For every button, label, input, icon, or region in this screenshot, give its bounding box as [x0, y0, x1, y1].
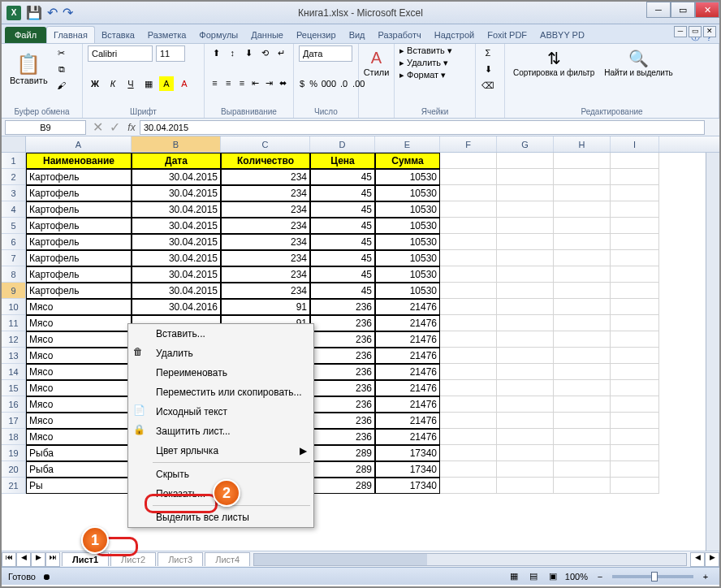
cell[interactable]: [497, 396, 554, 413]
cell[interactable]: 21476: [375, 413, 440, 429]
cell[interactable]: [497, 315, 554, 331]
cell[interactable]: [611, 234, 659, 250]
cell[interactable]: [554, 266, 611, 283]
fill-icon[interactable]: ⬇: [481, 62, 495, 76]
ctx-rename[interactable]: Переименовать: [128, 363, 313, 383]
cell[interactable]: [497, 266, 554, 283]
normal-view-icon[interactable]: ▦: [507, 569, 521, 584]
cell[interactable]: [440, 478, 497, 494]
cell[interactable]: [554, 348, 611, 364]
zoom-out-icon[interactable]: −: [593, 569, 607, 584]
fill-color-icon[interactable]: A: [159, 76, 174, 91]
italic-button[interactable]: К: [106, 76, 120, 91]
cell[interactable]: 30.04.2015: [132, 250, 221, 266]
orientation-icon[interactable]: ⟲: [259, 45, 272, 60]
cell[interactable]: 30.04.2015: [132, 169, 221, 185]
row-header[interactable]: 19: [2, 445, 26, 461]
row-header[interactable]: 16: [2, 396, 26, 413]
cell[interactable]: 234: [221, 234, 310, 250]
row-header[interactable]: 6: [2, 234, 26, 250]
hscroll-right[interactable]: ▶: [705, 552, 719, 567]
cell[interactable]: 21476: [375, 299, 440, 315]
cell[interactable]: [554, 445, 611, 461]
cell[interactable]: [554, 364, 611, 380]
cell[interactable]: 236: [310, 396, 375, 413]
cell[interactable]: [497, 429, 554, 445]
cell[interactable]: [611, 461, 659, 478]
column-header-H[interactable]: H: [554, 136, 611, 152]
row-header[interactable]: 20: [2, 461, 26, 478]
cell[interactable]: 10530: [375, 283, 440, 299]
align-middle-icon[interactable]: ↕: [226, 45, 239, 60]
wrap-text-icon[interactable]: ↵: [275, 45, 288, 60]
cell[interactable]: [611, 250, 659, 266]
cell[interactable]: 45: [310, 218, 375, 234]
cell[interactable]: [497, 234, 554, 250]
close-button[interactable]: ✕: [695, 2, 719, 18]
ctx-tab-color[interactable]: Цвет ярлычка▶: [128, 441, 313, 460]
row-header[interactable]: 2: [2, 169, 26, 185]
tab-home[interactable]: Главная: [46, 26, 95, 43]
cell[interactable]: Рыба: [26, 445, 132, 461]
ctx-delete[interactable]: 🗑Удалить: [128, 344, 313, 363]
minimize-button[interactable]: ─: [646, 2, 671, 18]
bold-button[interactable]: Ж: [88, 76, 102, 91]
cell[interactable]: 21476: [375, 348, 440, 364]
sort-filter-button[interactable]: ⇅Сортировка и фильтр: [510, 45, 598, 80]
cell[interactable]: Картофель: [26, 250, 132, 266]
cell[interactable]: [611, 315, 659, 331]
cell[interactable]: Мясо: [26, 331, 132, 348]
cell[interactable]: [497, 169, 554, 185]
cell[interactable]: [440, 266, 497, 283]
horizontal-scrollbar[interactable]: [253, 553, 687, 566]
percent-icon[interactable]: %: [309, 76, 318, 91]
cell[interactable]: [497, 250, 554, 266]
cut-icon[interactable]: ✂: [54, 45, 69, 60]
cell[interactable]: Мясо: [26, 429, 132, 445]
tab-data[interactable]: Данные: [244, 27, 290, 43]
cell[interactable]: [497, 218, 554, 234]
ctx-view-code[interactable]: 📄Исходный текст: [128, 402, 313, 422]
cell[interactable]: [611, 364, 659, 380]
sheet-tab-4[interactable]: Лист4: [205, 552, 250, 566]
styles-button[interactable]: AСтили: [364, 45, 389, 80]
cell[interactable]: 236: [310, 315, 375, 331]
cell[interactable]: [440, 169, 497, 185]
cell[interactable]: [554, 185, 611, 201]
hscroll-left[interactable]: ◀: [690, 552, 705, 567]
cell[interactable]: [440, 299, 497, 315]
row-header[interactable]: 10: [2, 299, 26, 315]
cell[interactable]: [554, 429, 611, 445]
cell[interactable]: 10530: [375, 201, 440, 218]
column-header-G[interactable]: G: [497, 136, 554, 152]
indent-inc-icon[interactable]: ⇥: [264, 76, 274, 90]
cell[interactable]: [497, 185, 554, 201]
cell[interactable]: Мясо: [26, 364, 132, 380]
row-header[interactable]: 5: [2, 218, 26, 234]
column-header-B[interactable]: B: [132, 136, 221, 152]
cell[interactable]: Картофель: [26, 201, 132, 218]
cell[interactable]: [440, 413, 497, 429]
align-bottom-icon[interactable]: ⬇: [242, 45, 255, 60]
cell[interactable]: [497, 445, 554, 461]
cell[interactable]: 10530: [375, 266, 440, 283]
delete-cells-button[interactable]: ▸ Удалить ▾: [399, 58, 470, 68]
cell[interactable]: [554, 234, 611, 250]
cell[interactable]: Картофель: [26, 185, 132, 201]
cell[interactable]: 21476: [375, 396, 440, 413]
cell[interactable]: 236: [310, 413, 375, 429]
cell[interactable]: [611, 218, 659, 234]
align-left-icon[interactable]: ≡: [209, 76, 220, 90]
row-header[interactable]: 7: [2, 250, 26, 266]
cancel-formula-icon[interactable]: ✕: [89, 119, 106, 135]
cell[interactable]: [611, 331, 659, 348]
cell[interactable]: Мясо: [26, 380, 132, 396]
cell[interactable]: Сумма: [375, 153, 440, 169]
cell[interactable]: 10530: [375, 250, 440, 266]
cell[interactable]: 236: [310, 331, 375, 348]
ctx-move-copy[interactable]: Переместить или скопировать...: [128, 383, 313, 402]
row-header[interactable]: 18: [2, 429, 26, 445]
cell[interactable]: [611, 201, 659, 218]
cell[interactable]: Картофель: [26, 218, 132, 234]
cell[interactable]: 17340: [375, 478, 440, 494]
